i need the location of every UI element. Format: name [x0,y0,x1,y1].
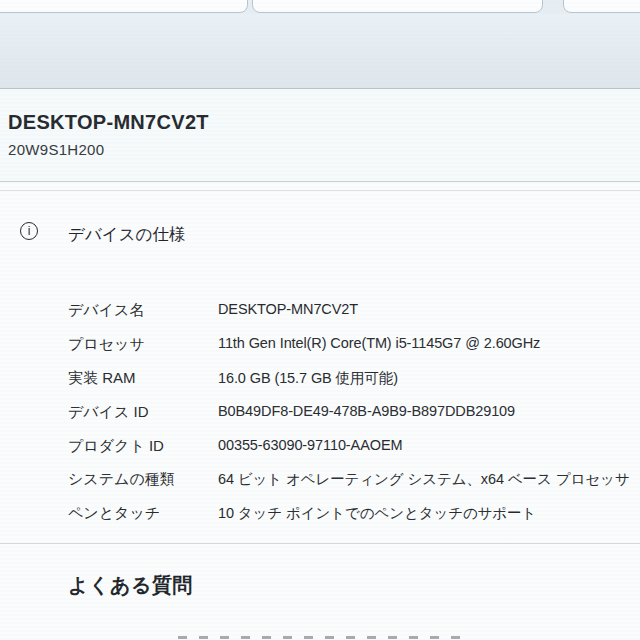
spec-value: 16.0 GB (15.7 GB 使用可能) [218,369,638,388]
device-serial-number: 20W9S1H200 [8,141,104,158]
header-divider [0,181,640,182]
spec-label: ペンとタッチ [68,504,213,523]
info-circle-icon: i [20,222,38,240]
device-header: DESKTOP-MN7CV2T 20W9S1H200 [0,89,640,181]
spec-value: B0B49DF8-DE49-478B-A9B9-B897DDB29109 [218,403,638,419]
spec-value: 64 ビット オペレーティング システム、x64 ベース プロセッサ [218,470,638,489]
faq-section-title: よくある質問 [68,572,193,599]
spec-value: 00355-63090-97110-AAOEM [218,437,638,453]
spec-label: システムの種類 [68,470,213,489]
spec-row-device-id: デバイス ID B0B49DF8-DE49-478B-A9B9-B897DDB2… [0,403,640,425]
top-tiles-strip [0,0,640,14]
faq-section-divider [0,543,640,544]
spec-row-pen-touch: ペンとタッチ 10 タッチ ポイントでのペンとタッチのサポート [0,504,640,526]
spec-row-processor: プロセッサ 11th Gen Intel(R) Core(TM) i5-1145… [0,335,640,357]
clipped-text-fragment [178,636,463,639]
tile-card-middle[interactable] [252,0,543,13]
tile-card-right[interactable] [563,0,640,13]
spec-row-system-type: システムの種類 64 ビット オペレーティング システム、x64 ベース プロセ… [0,470,640,492]
spec-label: デバイス ID [68,403,213,422]
spec-row-device-name: デバイス名 DESKTOP-MN7CV2T [0,301,640,323]
spec-row-product-id: プロダクト ID 00355-63090-97110-AAOEM [0,437,640,459]
spec-value: 10 タッチ ポイントでのペンとタッチのサポート [218,504,638,523]
spec-value: 11th Gen Intel(R) Core(TM) i5-1145G7 @ 2… [218,335,638,351]
spec-value: DESKTOP-MN7CV2T [218,301,638,317]
tile-card-left[interactable] [0,0,248,13]
about-settings-page: DESKTOP-MN7CV2T 20W9S1H200 i デバイスの仕様 デバイ… [0,0,640,640]
spec-label: デバイス名 [68,301,213,320]
header-banner-band [0,14,640,89]
device-name-heading: DESKTOP-MN7CV2T [8,111,209,134]
device-specs-section-header: i デバイスの仕様 [0,218,640,246]
spec-label: 実装 RAM [68,369,213,388]
spec-label: プロセッサ [68,335,213,354]
spec-row-ram: 実装 RAM 16.0 GB (15.7 GB 使用可能) [0,369,640,391]
header-divider-shadow [0,190,640,191]
device-specs-title: デバイスの仕様 [68,224,185,246]
spec-label: プロダクト ID [68,437,213,456]
